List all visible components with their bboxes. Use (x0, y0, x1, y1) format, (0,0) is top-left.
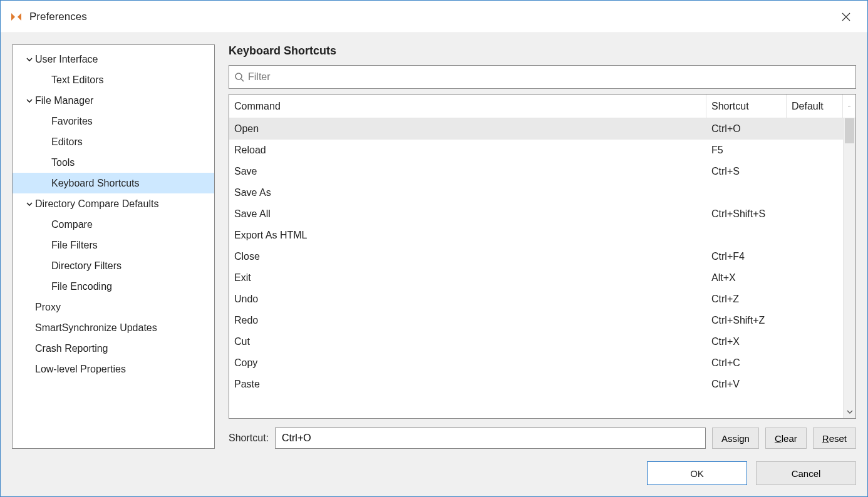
tree-item-label: Directory Compare Defaults (35, 198, 158, 210)
cell-shortcut: Ctrl+O (706, 123, 787, 135)
svg-point-4 (235, 73, 242, 79)
close-button[interactable] (834, 8, 859, 26)
cell-command: Save (229, 166, 706, 177)
cell-command: Open (229, 123, 706, 135)
search-icon (234, 72, 244, 82)
tree-item-label: Proxy (35, 302, 61, 313)
svg-marker-1 (18, 13, 21, 21)
content-row: User InterfaceText EditorsFile ManagerFa… (12, 44, 856, 449)
reset-button[interactable]: Reset (813, 428, 856, 449)
table-row[interactable]: PasteCtrl+V (229, 374, 843, 395)
cell-command: Redo (229, 315, 706, 326)
column-default[interactable]: Default (787, 95, 843, 118)
filter-input[interactable] (248, 71, 850, 83)
tree-item[interactable]: Directory Compare Defaults (13, 193, 214, 214)
svg-marker-0 (11, 13, 15, 21)
window-title: Preferences (29, 11, 834, 23)
cell-command: Cut (229, 336, 706, 347)
scrollbar-track[interactable] (844, 118, 855, 406)
tree-item[interactable]: Favorites (13, 111, 214, 131)
table-header: Command Shortcut Default (229, 95, 855, 118)
tree-item[interactable]: File Manager (13, 90, 214, 111)
shortcut-label: Shortcut: (229, 433, 269, 444)
tree-item[interactable]: Proxy (13, 297, 214, 317)
cell-shortcut: Ctrl+C (706, 357, 787, 369)
tree-item[interactable]: Keyboard Shortcuts (13, 173, 214, 193)
tree-item-label: Tools (51, 157, 75, 168)
cell-command: Close (229, 251, 706, 262)
shortcuts-table: Command Shortcut Default OpenCtrl+OReloa… (229, 94, 856, 419)
tree-item-label: Directory Filters (51, 260, 121, 272)
tree-item[interactable]: Text Editors (13, 69, 214, 90)
cell-command: Save As (229, 187, 706, 198)
tree-item[interactable]: File Filters (13, 235, 214, 255)
cell-shortcut: Ctrl+Shift+S (706, 208, 787, 220)
tree-item-label: Low-level Properties (35, 364, 126, 375)
cell-shortcut: Ctrl+V (706, 379, 787, 390)
table-row[interactable]: SaveCtrl+S (229, 161, 843, 182)
tree-item-label: Favorites (51, 116, 93, 127)
table-body: OpenCtrl+OReloadF5SaveCtrl+SSave AsSave … (229, 118, 855, 418)
table-row[interactable]: UndoCtrl+Z (229, 289, 843, 310)
scrollbar-thumb[interactable] (845, 118, 854, 143)
tree-item[interactable]: Compare (13, 214, 214, 235)
table-row[interactable]: Save As (229, 182, 843, 203)
close-icon (842, 13, 850, 21)
tree-item[interactable]: SmartSynchronize Updates (13, 317, 214, 338)
shortcut-input[interactable] (275, 428, 706, 449)
scroll-down-arrow[interactable] (844, 406, 855, 418)
tree-item[interactable]: File Encoding (13, 276, 214, 297)
cell-command: Save All (229, 208, 706, 220)
cell-command: Copy (229, 357, 706, 369)
cell-command: Paste (229, 379, 706, 390)
table-row[interactable]: CloseCtrl+F4 (229, 246, 843, 267)
tree-item-label: Keyboard Shortcuts (51, 178, 140, 189)
tree-item[interactable]: Tools (13, 152, 214, 173)
cell-shortcut: Ctrl+Shift+Z (706, 315, 787, 326)
table-row[interactable]: Save AllCtrl+Shift+S (229, 203, 843, 225)
clear-button[interactable]: Clear (765, 428, 807, 449)
cell-shortcut: F5 (706, 145, 787, 156)
table-row[interactable]: RedoCtrl+Shift+Z (229, 310, 843, 331)
table-row[interactable]: ExitAlt+X (229, 267, 843, 289)
tree-item[interactable]: Crash Reporting (13, 338, 214, 359)
table-row[interactable]: ReloadF5 (229, 140, 843, 161)
table-row[interactable]: CutCtrl+X (229, 331, 843, 352)
tree-item-label: File Filters (51, 240, 98, 251)
cell-shortcut: Ctrl+S (706, 166, 787, 177)
tree-item-label: Crash Reporting (35, 343, 108, 354)
cell-command: Reload (229, 145, 706, 156)
table-row[interactable]: OpenCtrl+O (229, 118, 843, 140)
tree-item-label: User Interface (35, 54, 98, 65)
cell-shortcut: Ctrl+F4 (706, 251, 787, 262)
tree-item-label: Compare (51, 219, 93, 230)
chevron-down-icon[interactable] (24, 98, 35, 104)
tree-item[interactable]: Low-level Properties (13, 359, 214, 379)
column-command[interactable]: Command (229, 95, 706, 118)
cell-command: Exit (229, 272, 706, 284)
scroll-up-arrow[interactable] (843, 95, 855, 118)
vertical-scrollbar[interactable] (843, 118, 855, 418)
dialog-body: User InterfaceText EditorsFile ManagerFa… (1, 33, 867, 496)
cancel-button[interactable]: Cancel (756, 461, 856, 485)
column-shortcut[interactable]: Shortcut (706, 95, 787, 118)
main-panel: Keyboard Shortcuts Command Shortcut (229, 44, 856, 449)
cell-command: Export As HTML (229, 230, 706, 241)
ok-button[interactable]: OK (647, 461, 747, 485)
table-row[interactable]: Export As HTML (229, 225, 843, 246)
tree-item[interactable]: Directory Filters (13, 255, 214, 276)
cell-shortcut: Ctrl+X (706, 336, 787, 347)
table-row[interactable]: CopyCtrl+C (229, 352, 843, 374)
svg-line-5 (241, 79, 244, 81)
tree-item-label: File Manager (35, 95, 93, 106)
chevron-down-icon[interactable] (24, 56, 35, 63)
filter-field[interactable] (229, 65, 856, 89)
tree-item[interactable]: User Interface (13, 49, 214, 69)
app-icon (9, 10, 23, 24)
assign-button[interactable]: Assign (712, 428, 759, 449)
tree-item[interactable]: Editors (13, 131, 214, 152)
titlebar: Preferences (1, 1, 867, 33)
chevron-down-icon[interactable] (24, 201, 35, 207)
cell-shortcut: Ctrl+Z (706, 294, 787, 305)
category-tree[interactable]: User InterfaceText EditorsFile ManagerFa… (12, 44, 215, 449)
